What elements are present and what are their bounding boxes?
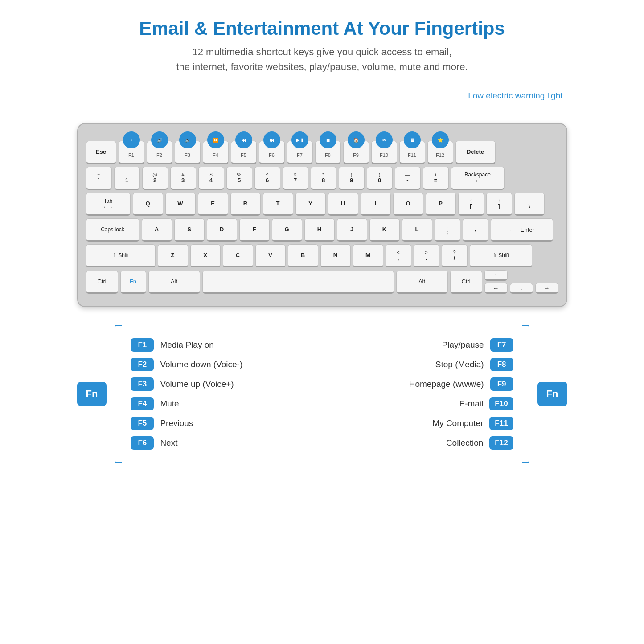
- key-space[interactable]: [202, 271, 394, 294]
- key-v[interactable]: V: [255, 244, 286, 267]
- key-p[interactable]: P: [426, 193, 456, 216]
- f-badge: F1: [131, 338, 154, 352]
- key-t[interactable]: T: [263, 193, 293, 216]
- key-o[interactable]: O: [393, 193, 423, 216]
- key-shift-right[interactable]: ⇧ Shift: [470, 244, 532, 267]
- key-a[interactable]: A: [142, 218, 172, 242]
- key-delete[interactable]: Delete: [455, 141, 496, 164]
- key-up[interactable]: ↑: [484, 270, 508, 281]
- f2-circle: 🔊: [151, 131, 168, 148]
- key-h[interactable]: H: [304, 218, 335, 242]
- key-tab[interactable]: Tab ←→: [86, 193, 131, 216]
- key-w[interactable]: W: [165, 193, 196, 216]
- key-quote[interactable]: " ': [463, 218, 488, 242]
- key-f6[interactable]: ⏭ F6: [259, 141, 285, 164]
- key-esc[interactable]: Esc: [86, 141, 116, 164]
- key-right[interactable]: →: [535, 283, 558, 294]
- key-f5[interactable]: ⏮ F5: [231, 141, 257, 164]
- f3-circle: 🔉: [179, 131, 196, 148]
- legend-item: F4Mute: [131, 397, 313, 410]
- legend-item: F2Volume down (Voice-): [131, 358, 313, 371]
- legend-col-left: F1Media Play onF2Volume down (Voice-)F3V…: [131, 338, 313, 450]
- key-7[interactable]: & 7: [283, 167, 308, 190]
- key-c[interactable]: C: [223, 244, 253, 267]
- key-r[interactable]: R: [230, 193, 261, 216]
- key-down[interactable]: ↓: [510, 283, 533, 294]
- key-f[interactable]: F: [239, 218, 270, 242]
- key-f7[interactable]: ▶⏸ F7: [287, 141, 313, 164]
- legend-text: E-mail: [459, 399, 483, 409]
- key-rbracket[interactable]: } ]: [486, 193, 512, 216]
- key-caps-lock[interactable]: Caps lock: [86, 218, 139, 242]
- key-2[interactable]: @ 2: [142, 167, 168, 190]
- key-e[interactable]: E: [198, 193, 228, 216]
- key-period[interactable]: > .: [414, 244, 439, 267]
- key-f1[interactable]: ♪ F1: [119, 141, 144, 164]
- legend-text: Stop (Media): [435, 360, 484, 369]
- key-f8[interactable]: ⏹ F8: [315, 141, 341, 164]
- warning-label: Low electric warning light: [468, 91, 562, 131]
- key-semicolon[interactable]: : ;: [435, 218, 460, 242]
- key-n[interactable]: N: [320, 244, 351, 267]
- key-comma[interactable]: < ,: [386, 244, 411, 267]
- key-k[interactable]: K: [369, 218, 400, 242]
- key-1[interactable]: ! 1: [114, 167, 140, 190]
- legend-columns: F1Media Play onF2Volume down (Voice-)F3V…: [131, 338, 513, 450]
- key-equals[interactable]: + =: [423, 167, 449, 190]
- legend-text: My Computer: [432, 418, 483, 428]
- legend-item: F12Collection: [331, 436, 513, 450]
- key-b[interactable]: B: [288, 244, 318, 267]
- key-left[interactable]: ←: [484, 283, 508, 294]
- key-d[interactable]: D: [207, 218, 237, 242]
- key-4[interactable]: $ 4: [198, 167, 224, 190]
- key-i[interactable]: I: [361, 193, 391, 216]
- key-shift-left[interactable]: ⇧ Shift: [86, 244, 156, 267]
- key-5[interactable]: % 5: [226, 167, 252, 190]
- key-q[interactable]: Q: [133, 193, 163, 216]
- f-badge: F7: [490, 338, 513, 352]
- f6-circle: ⏭: [263, 131, 280, 148]
- key-f12[interactable]: ⭐ F12: [427, 141, 453, 164]
- key-8[interactable]: * 8: [311, 167, 336, 190]
- key-u[interactable]: U: [328, 193, 358, 216]
- arrow-lr-group: ← ↓ →: [484, 283, 558, 294]
- key-f11[interactable]: 🖥 F11: [399, 141, 425, 164]
- key-f4[interactable]: ⏩ F4: [203, 141, 229, 164]
- key-backspace[interactable]: Backspace ←: [451, 167, 505, 190]
- key-f10[interactable]: ✉ F10: [371, 141, 397, 164]
- key-f2[interactable]: 🔊 F2: [147, 141, 172, 164]
- key-ctrl-right[interactable]: Ctrl: [450, 271, 482, 294]
- key-fn[interactable]: Fn: [120, 271, 146, 294]
- number-key-row: ~ ` ! 1 @ 2 # 3 $ 4 % 5: [86, 167, 558, 190]
- key-minus[interactable]: — -: [395, 167, 421, 190]
- fn-left-bracket: [107, 325, 122, 463]
- key-9[interactable]: ( 9: [339, 167, 365, 190]
- key-alt-left[interactable]: Alt: [148, 271, 200, 294]
- key-slash[interactable]: ? /: [442, 244, 468, 267]
- key-g[interactable]: G: [272, 218, 302, 242]
- key-m[interactable]: M: [353, 244, 383, 267]
- key-l[interactable]: L: [402, 218, 432, 242]
- key-tilde[interactable]: ~ `: [86, 167, 112, 190]
- key-6[interactable]: ^ 6: [254, 167, 280, 190]
- key-alt-right[interactable]: Alt: [396, 271, 448, 294]
- asdf-key-row: Caps lock A S D F G H J K L : ; " ' ←┘ E…: [86, 218, 558, 242]
- key-3[interactable]: # 3: [170, 167, 196, 190]
- page-title: Email & Entertainment At Your Fingertips: [139, 18, 505, 39]
- f12-circle: ⭐: [432, 131, 449, 148]
- key-z[interactable]: Z: [158, 244, 188, 267]
- key-backslash[interactable]: | \: [514, 193, 545, 216]
- fn-right-bracket: [522, 325, 537, 463]
- key-x[interactable]: X: [190, 244, 221, 267]
- key-s[interactable]: S: [174, 218, 205, 242]
- key-ctrl-left[interactable]: Ctrl: [86, 271, 118, 294]
- key-y[interactable]: Y: [295, 193, 326, 216]
- key-f9[interactable]: 🏠 F9: [343, 141, 369, 164]
- key-f3[interactable]: 🔉 F3: [175, 141, 201, 164]
- key-enter[interactable]: ←┘ Enter: [491, 218, 553, 242]
- key-j[interactable]: J: [337, 218, 367, 242]
- legend-item: F8Stop (Media): [331, 358, 513, 371]
- key-0[interactable]: ) 0: [367, 167, 393, 190]
- legend-text: Mute: [160, 399, 179, 409]
- key-lbracket[interactable]: { [: [458, 193, 484, 216]
